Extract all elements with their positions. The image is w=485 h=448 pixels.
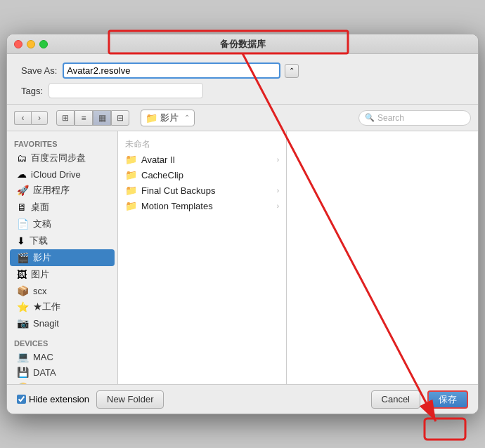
sidebar: Favorites 🗂 百度云同步盘 ☁ iCloud Drive 🚀 应用程序… [7,131,118,384]
data-icon: 💾 [17,367,29,378]
content-area: Favorites 🗂 百度云同步盘 ☁ iCloud Drive 🚀 应用程序… [7,131,478,384]
sidebar-section-devices: Devices [7,336,117,349]
chevron-motion-icon: › [277,202,279,210]
documents-icon: 📄 [17,218,29,230]
sidebar-item-documents[interactable]: 📄 文稿 [10,216,115,232]
detail-panel [287,131,478,384]
folder-avatar2-icon: 📁 [125,154,137,165]
dialog-window: 备份数据库 Save As: ⌃ Tags: ‹ › ⊞ ≡ ▦ ⊟ 📁 [6,34,479,414]
save-as-label: Save As: [21,65,57,76]
work-icon: ⭐ [17,301,29,312]
folder-motion-icon: 📁 [125,200,137,211]
sidebar-item-downloads[interactable]: ⬇ 下载 [10,232,115,249]
davinciclass-icon: 📀 [17,382,29,384]
save-as-row: Save As: ⌃ [21,62,464,79]
movies-icon: 🎬 [17,252,29,263]
sidebar-item-apps[interactable]: 🚀 应用程序 [10,182,115,199]
sidebar-section-favorites: Favorites [7,137,117,150]
chevron-finalcut-icon: › [277,187,279,195]
sidebar-item-data[interactable]: 💾 DATA [10,364,115,380]
view-btn-group: ⊞ ≡ ▦ ⊟ [56,110,129,126]
file-list: 未命名 📁 Avatar II › 📁 CacheClip 📁 Final Cu… [118,131,287,384]
desktop-icon: 🖥 [17,202,27,213]
apps-icon: 🚀 [17,185,29,196]
sidebar-item-davinciclass[interactable]: 📀 DaVinciClass ⏏ [10,380,115,384]
sidebar-item-mac[interactable]: 💻 MAC [10,349,115,364]
search-placeholder: Search [377,113,404,123]
sidebar-item-scx[interactable]: 📦 scx [10,283,115,298]
file-list-section-label: 未命名 [118,136,286,152]
downloads-icon: ⬇ [17,235,25,246]
save-button[interactable]: 保存 [427,390,468,409]
traffic-lights [14,40,48,48]
folder-finalcut-icon: 📁 [125,185,137,196]
svg-rect-3 [425,419,465,440]
chevron-avatar2-icon: › [277,156,279,164]
tags-label: Tags: [21,86,43,96]
maximize-button[interactable] [39,40,48,48]
sidebar-item-baidu[interactable]: 🗂 百度云同步盘 [10,150,115,166]
sidebar-item-work[interactable]: ⭐ ★工作 [10,298,115,315]
hide-extension-label: Hide extension [17,394,89,404]
new-folder-button[interactable]: New Folder [96,390,164,409]
titlebar: 备份数据库 [7,34,478,54]
nav-group: ‹ › [14,111,48,125]
unnamed-label: 未命名 [125,138,150,150]
list-item-cacheclip[interactable]: 📁 CacheClip [118,167,286,183]
sidebar-item-pictures[interactable]: 🖼 图片 [10,266,115,283]
search-icon: 🔍 [365,113,375,122]
icloud-icon: ☁ [17,169,27,180]
filename-input[interactable] [67,65,276,76]
tags-row: Tags: [21,83,464,98]
list-item-finalcut[interactable]: 📁 Final Cut Backups › [118,183,286,198]
forward-button[interactable]: › [31,111,48,125]
eject-icon[interactable]: ⏏ [101,383,108,385]
main-panel: 未命名 📁 Avatar II › 📁 CacheClip 📁 Final Cu… [118,131,478,384]
toolbar: ‹ › ⊞ ≡ ▦ ⊟ 📁 影片 ⌃ 🔍 Search [7,105,478,131]
hide-extension-checkbox[interactable] [17,395,26,404]
baidu-icon: 🗂 [17,152,27,164]
folder-cacheclip-icon: 📁 [125,169,137,180]
header-section: Save As: ⌃ Tags: [7,54,478,105]
sidebar-item-desktop[interactable]: 🖥 桌面 [10,199,115,216]
view-flow-button[interactable]: ⊟ [111,110,129,126]
footer: Hide extension New Folder Cancel 保存 [7,384,478,414]
pictures-icon: 🖼 [17,269,27,280]
view-columns-button[interactable]: ▦ [93,110,111,126]
scx-icon: 📦 [17,285,29,296]
search-box[interactable]: 🔍 Search [358,110,471,126]
expand-button[interactable]: ⌃ [285,64,299,78]
path-chevron-icon: ⌃ [184,114,190,121]
minimize-button[interactable] [27,40,35,48]
folder-icon: 📁 [146,112,157,124]
sidebar-item-snagit[interactable]: 📷 Snagit [10,315,115,331]
view-icon-button[interactable]: ⊞ [56,110,75,126]
back-button[interactable]: ‹ [14,111,31,125]
snagit-icon: 📷 [17,317,29,329]
filename-input-wrapper[interactable] [63,62,280,79]
path-name: 影片 [160,112,179,124]
view-list-button[interactable]: ≡ [75,110,93,126]
hide-extension-text: Hide extension [29,394,89,404]
close-button[interactable] [14,40,22,48]
window-title: 备份数据库 [220,38,266,51]
list-item-motion[interactable]: 📁 Motion Templates › [118,198,286,213]
mac-icon: 💻 [17,351,29,362]
tags-input[interactable] [48,83,203,98]
sidebar-item-icloud[interactable]: ☁ iCloud Drive [10,166,115,182]
sidebar-item-movies[interactable]: 🎬 影片 [10,249,115,266]
list-item-avatar2[interactable]: 📁 Avatar II › [118,152,286,167]
cancel-button[interactable]: Cancel [371,390,420,409]
path-control[interactable]: 📁 影片 ⌃ [141,110,195,126]
